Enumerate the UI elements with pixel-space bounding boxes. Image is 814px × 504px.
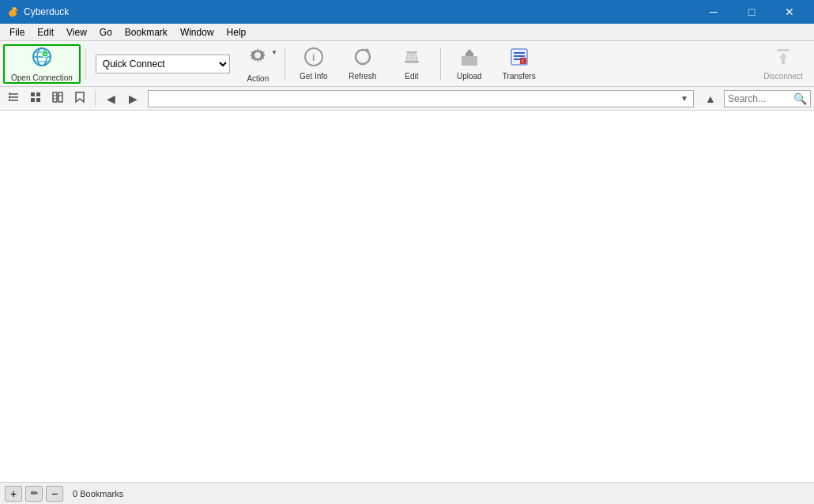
globe-icon: + — [31, 46, 53, 71]
svg-text:+: + — [43, 51, 47, 57]
refresh-icon — [352, 47, 373, 70]
edit-button[interactable]: Edit — [388, 44, 435, 84]
toolbar-sep-2 — [285, 48, 285, 80]
menu-bookmark[interactable]: Bookmark — [119, 24, 174, 41]
plus-icon: + — [10, 487, 17, 500]
menu-bar: File Edit View Go Bookmark Window Help — [0, 24, 814, 41]
upload-label: Upload — [457, 72, 482, 81]
back-forward-group: ◀ ▶ — [100, 89, 143, 108]
title-bar: Cyberduck ─ □ ✕ — [0, 0, 814, 24]
forward-icon: ▶ — [129, 92, 138, 105]
search-input[interactable] — [728, 93, 793, 104]
transfers-icon: ↕ — [509, 47, 529, 70]
nav-bar: ◀ ▶ ▼ ▲ 🔍 — [0, 87, 814, 111]
upload-icon — [459, 47, 480, 70]
disconnect-icon — [773, 47, 793, 70]
column-view-icon — [52, 92, 63, 105]
svg-rect-41 — [36, 92, 40, 96]
main-content — [0, 111, 814, 482]
forward-button[interactable]: ▶ — [122, 89, 143, 108]
back-icon: ◀ — [107, 92, 115, 105]
svg-rect-40 — [31, 92, 35, 96]
edit-icon — [401, 47, 422, 70]
svg-point-3 — [16, 9, 17, 9]
transfers-label: Transfers — [503, 72, 536, 81]
menu-edit[interactable]: Edit — [31, 24, 60, 41]
info-icon: i — [303, 47, 324, 70]
refresh-label: Refresh — [349, 72, 376, 81]
gear-icon — [247, 44, 269, 72]
column-view-button[interactable] — [47, 89, 68, 108]
quick-connect-select[interactable]: Quick Connect — [96, 55, 230, 73]
svg-rect-37 — [9, 93, 10, 95]
svg-point-4 — [15, 9, 18, 11]
svg-marker-24 — [465, 49, 474, 55]
action-button[interactable]: Action ▼ — [236, 44, 280, 84]
edit-bookmark-button[interactable]: ✏ — [25, 486, 43, 502]
search-button[interactable]: 🔍 — [793, 92, 807, 105]
svg-rect-38 — [9, 96, 10, 98]
menu-help[interactable]: Help — [220, 24, 253, 41]
path-bar: ▼ — [148, 90, 694, 107]
close-button[interactable]: ✕ — [771, 0, 808, 24]
edit-label: Edit — [405, 72, 418, 81]
nav-sep-1 — [95, 91, 96, 107]
remove-bookmark-button[interactable]: − — [46, 486, 63, 502]
list-view-button[interactable] — [3, 89, 24, 108]
menu-window[interactable]: Window — [174, 24, 220, 41]
search-box: 🔍 — [724, 90, 811, 107]
get-info-button[interactable]: i Get Info — [290, 44, 337, 84]
svg-text:↕: ↕ — [521, 58, 524, 65]
up-icon: ▲ — [705, 92, 716, 105]
menu-view[interactable]: View — [60, 24, 93, 41]
path-dropdown-button[interactable]: ▼ — [679, 94, 690, 103]
minus-icon: − — [51, 487, 58, 500]
quick-connect-wrapper: Quick Connect — [96, 55, 230, 73]
menu-file[interactable]: File — [3, 24, 31, 41]
app-icon — [6, 6, 19, 18]
bookmark-view-button[interactable] — [70, 89, 90, 108]
icon-view-button[interactable] — [25, 89, 46, 108]
transfers-button[interactable]: ↕ Transfers — [495, 44, 544, 84]
icon-view-icon — [30, 92, 41, 105]
minimize-button[interactable]: ─ — [695, 0, 732, 24]
app-title: Cyberduck — [24, 6, 695, 17]
window-controls: ─ □ ✕ — [695, 0, 808, 24]
svg-marker-32 — [779, 53, 787, 64]
svg-point-13 — [254, 52, 261, 58]
svg-text:i: i — [312, 52, 315, 63]
svg-rect-45 — [58, 92, 62, 102]
svg-rect-43 — [36, 98, 40, 102]
bookmarks-count: 0 Bookmarks — [66, 489, 809, 498]
path-select[interactable] — [152, 93, 679, 104]
toolbar-sep-1 — [85, 48, 86, 80]
search-icon: 🔍 — [793, 92, 807, 105]
svg-rect-44 — [53, 92, 57, 102]
status-bar: + ✏ − 0 Bookmarks — [0, 482, 814, 504]
svg-rect-22 — [462, 56, 477, 66]
svg-rect-39 — [9, 100, 10, 101]
open-connection-label: Open Connection — [11, 73, 73, 82]
open-connection-button[interactable]: + Open Connection — [3, 44, 81, 84]
action-dropdown-arrow: ▼ — [271, 49, 277, 56]
list-view-icon — [8, 92, 19, 105]
bookmark-icon — [74, 92, 85, 105]
maximize-button[interactable]: □ — [733, 0, 770, 24]
upload-button[interactable]: Upload — [446, 44, 493, 84]
refresh-button[interactable]: Refresh — [339, 44, 386, 84]
menu-go[interactable]: Go — [93, 24, 119, 41]
svg-marker-19 — [406, 53, 417, 61]
toolbar: + Open Connection Quick Connect Action ▼… — [0, 41, 814, 87]
svg-point-1 — [12, 7, 17, 12]
disconnect-label: Disconnect — [763, 72, 802, 81]
toolbar-sep-3 — [440, 48, 441, 80]
action-label: Action — [247, 74, 269, 83]
up-button[interactable]: ▲ — [700, 89, 721, 108]
disconnect-button[interactable]: Disconnect — [756, 44, 811, 84]
back-button[interactable]: ◀ — [100, 89, 121, 108]
add-bookmark-button[interactable]: + — [5, 486, 22, 502]
get-info-label: Get Info — [300, 72, 328, 81]
edit-bookmark-icon: ✏ — [31, 488, 38, 498]
svg-rect-23 — [465, 55, 473, 56]
svg-rect-42 — [31, 98, 35, 102]
